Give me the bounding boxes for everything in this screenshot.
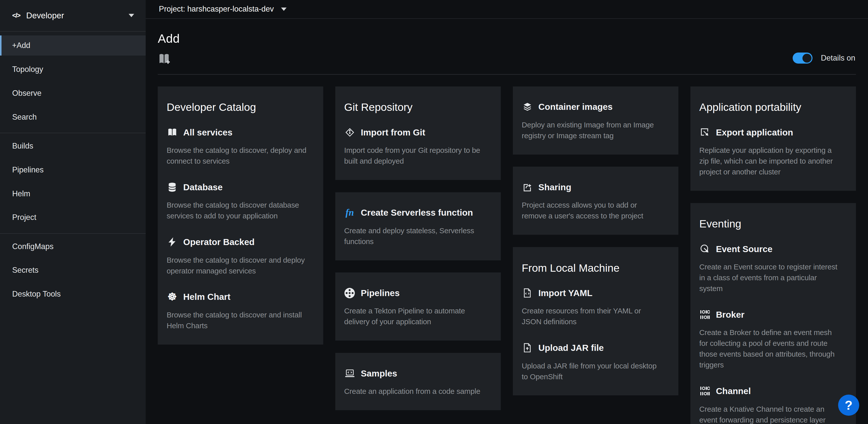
jar-file-icon xyxy=(522,343,533,352)
card-git-repository: Git Repository Import from Git Import co… xyxy=(335,86,501,180)
tile-all-services[interactable]: All services Browse the catalog to disco… xyxy=(166,125,314,167)
layers-icon xyxy=(522,102,533,112)
tile-samples[interactable]: Samples Create an application from a cod… xyxy=(344,366,492,397)
perspective-label: Developer xyxy=(26,11,64,20)
tile-import-from-git[interactable]: Import from Git Import code from your Gi… xyxy=(344,125,492,167)
card-title: Developer Catalog xyxy=(166,100,314,115)
toggle-knob xyxy=(802,54,811,63)
chevron-down-icon xyxy=(281,7,286,11)
tile-import-yaml[interactable]: Import YAML Create resources from their … xyxy=(522,286,669,327)
git-icon xyxy=(344,128,355,137)
add-page: Add Details on Developer Catalog xyxy=(146,19,868,424)
tile-upload-jar-file[interactable]: Upload JAR file Upload a JAR file from y… xyxy=(522,341,669,382)
sidebar-nav: +Add Topology Observe Search Builds Pipe… xyxy=(0,32,146,308)
tile-database[interactable]: Database Browse the catalog to discover … xyxy=(166,180,314,221)
tile-event-source[interactable]: Event Source Create an Event source to r… xyxy=(699,242,847,294)
perspective-switcher[interactable]: </> Developer xyxy=(0,0,146,32)
code-icon: </> xyxy=(12,11,20,19)
sidebar-item-secrets[interactable]: Secrets xyxy=(0,260,146,280)
tile-sharing[interactable]: Sharing Project access allows you to add… xyxy=(522,180,669,221)
event-source-icon xyxy=(699,244,710,254)
fn-icon: fn xyxy=(344,205,355,220)
sidebar-item-observe[interactable]: Observe xyxy=(0,83,146,103)
broker-icon xyxy=(699,310,710,319)
book-icon xyxy=(166,128,178,137)
tile-helm-chart[interactable]: ☸Helm Chart Browse the catalog to discov… xyxy=(166,289,314,331)
bolt-icon xyxy=(166,237,178,247)
tile-channel[interactable]: Channel Create a Knative Channel to crea… xyxy=(699,384,847,424)
card-developer-catalog: Developer Catalog All services Browse th… xyxy=(158,86,323,345)
pipelines-icon xyxy=(344,287,355,299)
helm-icon: ☸ xyxy=(166,291,178,302)
tile-operator-backed[interactable]: Operator Backed Browse the catalog to di… xyxy=(166,235,314,276)
page-header-icon-row: Details on xyxy=(158,52,856,65)
sidebar-item-configmaps[interactable]: ConfigMaps xyxy=(0,236,146,257)
yaml-file-icon xyxy=(522,288,533,298)
tile-pipelines[interactable]: Pipelines Create a Tekton Pipeline to au… xyxy=(344,286,492,327)
export-icon xyxy=(699,128,710,137)
card-serverless-function[interactable]: fnCreate Serverless function Create and … xyxy=(335,192,501,260)
card-container-images[interactable]: Container images Deploy an existing Imag… xyxy=(513,86,678,154)
card-title: Git Repository xyxy=(344,100,492,115)
project-selector[interactable]: Project: harshcasper-localsta-dev xyxy=(159,4,286,13)
card-eventing: Eventing Event Source Create an Event so… xyxy=(690,203,856,424)
cards-column-3: Container images Deploy an existing Imag… xyxy=(513,86,678,396)
tile-broker[interactable]: Broker Create a Broker to define an even… xyxy=(699,307,847,370)
card-pipelines[interactable]: Pipelines Create a Tekton Pipeline to au… xyxy=(335,273,501,341)
tile-create-serverless-function[interactable]: fnCreate Serverless function Create and … xyxy=(344,205,492,247)
database-icon xyxy=(166,182,178,192)
sidebar-item-topology[interactable]: Topology xyxy=(0,59,146,79)
sidebar-item-add[interactable]: +Add xyxy=(0,35,146,56)
help-button[interactable]: ? xyxy=(838,395,859,416)
sidebar-item-desktop-tools[interactable]: Desktop Tools xyxy=(0,284,146,304)
card-title: From Local Machine xyxy=(522,260,669,276)
header-divider xyxy=(158,74,856,75)
question-icon: ? xyxy=(845,398,852,413)
share-icon xyxy=(522,182,533,192)
card-from-local-machine: From Local Machine Import YAML Create re… xyxy=(513,247,678,396)
sidebar-item-pipelines[interactable]: Pipelines xyxy=(0,160,146,180)
card-sharing[interactable]: Sharing Project access allows you to add… xyxy=(513,167,678,235)
cards-column-4: Application portability Export applicati… xyxy=(690,86,856,424)
card-samples[interactable]: Samples Create an application from a cod… xyxy=(335,353,501,410)
samples-icon xyxy=(344,369,355,378)
catalog-plus-icon[interactable] xyxy=(158,52,171,65)
sidebar-item-project[interactable]: Project xyxy=(0,207,146,227)
project-bar: Project: harshcasper-localsta-dev xyxy=(146,0,868,19)
project-label: Project: harshcasper-localsta-dev xyxy=(159,4,274,13)
sidebar-divider xyxy=(0,133,146,133)
app: </> Developer +Add Topology Observe Sear… xyxy=(0,0,868,424)
details-toggle-row: Details on xyxy=(793,53,856,64)
details-toggle[interactable] xyxy=(793,53,812,64)
chevron-down-icon xyxy=(128,13,134,17)
sidebar-item-builds[interactable]: Builds xyxy=(0,136,146,156)
tile-export-application[interactable]: Export application Replicate your applic… xyxy=(699,125,847,177)
sidebar-item-search[interactable]: Search xyxy=(0,107,146,127)
details-toggle-label: Details on xyxy=(821,54,855,63)
add-cards-grid: Developer Catalog All services Browse th… xyxy=(158,86,856,424)
card-application-portability: Application portability Export applicati… xyxy=(690,86,856,191)
cards-column-2: Git Repository Import from Git Import co… xyxy=(335,86,501,410)
sidebar-item-helm[interactable]: Helm xyxy=(0,183,146,204)
sidebar-divider xyxy=(0,233,146,234)
sidebar: </> Developer +Add Topology Observe Sear… xyxy=(0,0,146,424)
page-title: Add xyxy=(158,31,856,47)
tile-container-images[interactable]: Container images Deploy an existing Imag… xyxy=(522,100,669,141)
main: Project: harshcasper-localsta-dev Add De… xyxy=(146,0,868,424)
card-title: Eventing xyxy=(699,216,847,232)
cards-column-1: Developer Catalog All services Browse th… xyxy=(158,86,323,345)
channel-icon xyxy=(699,386,710,396)
card-title: Application portability xyxy=(699,100,847,115)
